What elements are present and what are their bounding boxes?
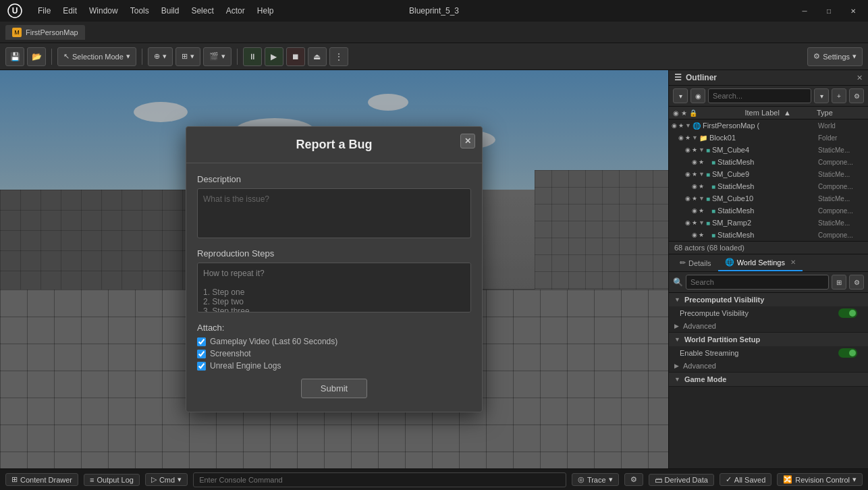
console-input[interactable] bbox=[193, 472, 566, 487]
attach-label: Attach: bbox=[197, 323, 471, 333]
checkbox-gameplay-input[interactable] bbox=[197, 337, 206, 346]
precomputed-advanced-row[interactable]: ▶ Advanced bbox=[669, 320, 868, 332]
table-row[interactable]: ◉ ★ ▶ ■ StaticMesh Compone... bbox=[669, 229, 868, 241]
menu-build[interactable]: Build bbox=[156, 3, 185, 18]
menu-select[interactable]: Select bbox=[186, 3, 219, 18]
precomputed-visibility-header[interactable]: ▼ Precomputed Visibility bbox=[669, 293, 868, 306]
row-type: StaticMe... bbox=[818, 219, 865, 227]
advanced-arrow-icon: ▶ bbox=[674, 323, 679, 329]
outliner-filter-button[interactable]: ▾ bbox=[673, 88, 688, 103]
source-control-icon-button[interactable]: ⚙ bbox=[624, 473, 643, 486]
window-controls: ─ □ ✕ bbox=[795, 4, 863, 18]
add-icon: ⊕ bbox=[154, 52, 160, 61]
close-button[interactable]: ✕ bbox=[844, 4, 863, 18]
checkbox-gameplay-video[interactable]: Gameplay Video (Last 60 Seconds) bbox=[197, 337, 471, 346]
menu-file[interactable]: File bbox=[32, 3, 56, 18]
table-row[interactable]: ◉ ★ ▼ ■ SM_Ramp2 StaticMe... bbox=[669, 217, 868, 229]
checkbox-screenshot-input[interactable] bbox=[197, 350, 206, 358]
menu-help[interactable]: Help bbox=[252, 3, 279, 18]
row-arrow: ▼ bbox=[699, 219, 705, 226]
play-button[interactable]: ▶ bbox=[265, 47, 283, 66]
outliner-item-label-text: Item Label bbox=[745, 109, 780, 117]
checkbox-screenshot[interactable]: Screenshot bbox=[197, 349, 471, 358]
minimize-button[interactable]: ─ bbox=[795, 4, 814, 18]
menu-actor[interactable]: Actor bbox=[221, 3, 250, 18]
enable-streaming-toggle[interactable] bbox=[838, 348, 857, 358]
snap-button[interactable]: ⊞▾ bbox=[175, 47, 200, 66]
outliner-title: ☰ Outliner bbox=[674, 73, 717, 82]
selection-mode-button[interactable]: ↖ Selection Mode ▾ bbox=[57, 47, 136, 66]
stop-button[interactable]: ⏹ bbox=[286, 47, 305, 66]
table-row[interactable]: ◉ ★ ▶ ■ StaticMesh Compone... bbox=[669, 156, 868, 168]
world-settings-tab-close[interactable]: ✕ bbox=[790, 258, 796, 266]
settings-button[interactable]: ⚙ Settings ▾ bbox=[807, 47, 863, 66]
outliner-close-button[interactable]: ✕ bbox=[857, 74, 863, 82]
outliner-add-button[interactable]: + bbox=[832, 88, 846, 103]
game-mode-header[interactable]: ▼ Game Mode bbox=[669, 373, 868, 386]
menu-window[interactable]: Window bbox=[84, 3, 124, 18]
details-search-input[interactable] bbox=[686, 275, 829, 290]
details-settings-button[interactable]: ⚙ bbox=[849, 275, 864, 290]
table-row[interactable]: ◉ ★ ▼ 📁 Block01 Folder bbox=[669, 132, 868, 144]
save-button[interactable]: ✓ All Saved bbox=[720, 473, 771, 486]
viewport[interactable]: Report a Bug ✕ Description Reproduction … bbox=[0, 70, 668, 468]
section-label: Precomputed Visibility bbox=[684, 296, 764, 304]
map-tab[interactable]: M FirstPersonMap bbox=[5, 25, 85, 40]
outliner-search-dropdown[interactable]: ▾ bbox=[814, 88, 829, 103]
outliner-search-input[interactable] bbox=[708, 88, 811, 103]
browse-button[interactable]: 📂 bbox=[27, 47, 46, 66]
pause-button[interactable]: ⏸ bbox=[243, 47, 262, 66]
trace-button[interactable]: ◎ Trace ▾ bbox=[572, 473, 619, 486]
output-log-button[interactable]: ≡ Output Log bbox=[84, 474, 140, 486]
partition-advanced-row[interactable]: ▶ Advanced bbox=[669, 360, 868, 372]
menu-tools[interactable]: Tools bbox=[125, 3, 155, 18]
revision-control-button[interactable]: 🔀 Revision Control ▾ bbox=[777, 473, 863, 486]
row-name: Block01 bbox=[709, 134, 818, 142]
outliner-settings-button[interactable]: ⚙ bbox=[849, 88, 864, 103]
maximize-button[interactable]: □ bbox=[819, 4, 838, 18]
derived-data-button[interactable]: 🗃 Derived Data bbox=[649, 474, 714, 486]
checkbox-gameplay-label: Gameplay Video (Last 60 Seconds) bbox=[210, 337, 337, 346]
details-grid-button[interactable]: ⊞ bbox=[832, 275, 846, 290]
more-button[interactable]: ⋮ bbox=[329, 47, 348, 66]
precompute-visibility-label: Precompute Visibility bbox=[680, 309, 838, 317]
row-name: SM_Cube4 bbox=[712, 146, 818, 154]
description-textarea[interactable] bbox=[197, 188, 471, 238]
camera-button[interactable]: 🎬▾ bbox=[203, 47, 232, 66]
save-button[interactable]: 💾 bbox=[5, 47, 24, 66]
dialog-header: Report a Bug ✕ bbox=[186, 127, 482, 163]
cmd-button[interactable]: ▷ Cmd ▾ bbox=[145, 473, 188, 486]
row-mesh-icon: ■ bbox=[711, 207, 715, 215]
world-partition-header[interactable]: ▼ World Partition Setup bbox=[669, 333, 868, 346]
row-type: StaticMe... bbox=[818, 195, 865, 202]
add-icon2: ▾ bbox=[163, 52, 167, 61]
table-row[interactable]: ◉ ★ ▶ ■ StaticMesh Compone... bbox=[669, 180, 868, 192]
table-row[interactable]: ◉ ★ ▼ 🌐 FirstPersonMap ( World bbox=[669, 119, 868, 132]
table-row[interactable]: ◉ ★ ▼ ■ SM_Cube10 StaticMe... bbox=[669, 192, 868, 205]
tab-details[interactable]: ✏ Details bbox=[673, 255, 718, 271]
row-mesh-icon: ■ bbox=[711, 183, 715, 190]
outliner-footer: 68 actors (68 loaded) bbox=[669, 241, 868, 254]
precompute-visibility-row: Precompute Visibility bbox=[669, 306, 868, 320]
dialog-close-button[interactable]: ✕ bbox=[460, 134, 475, 148]
outliner-eye-button[interactable]: ◉ bbox=[690, 88, 705, 103]
cmd-chevron: ▾ bbox=[178, 475, 182, 484]
outliner-title-label: Outliner bbox=[686, 73, 717, 82]
row-arrow: ▼ bbox=[699, 195, 705, 202]
reproduction-section: Reproduction Steps How to repeat it? 1. … bbox=[197, 248, 471, 315]
checkbox-screenshot-label: Screenshot bbox=[210, 349, 251, 358]
outliner-toolbar: ▾ ◉ ▾ + ⚙ bbox=[669, 86, 868, 107]
tab-world-settings[interactable]: 🌐 World Settings ✕ bbox=[718, 254, 803, 271]
reproduction-textarea[interactable]: How to repeat it? 1. Step one 2. Step tw… bbox=[197, 263, 471, 312]
eject-button[interactable]: ⏏ bbox=[308, 47, 327, 66]
menu-edit[interactable]: Edit bbox=[57, 3, 82, 18]
table-row[interactable]: ◉ ★ ▶ ■ StaticMesh Compone... bbox=[669, 205, 868, 217]
table-row[interactable]: ◉ ★ ▼ ■ SM_Cube4 StaticMe... bbox=[669, 144, 868, 156]
submit-button[interactable]: Submit bbox=[301, 379, 367, 398]
checkbox-logs-input[interactable] bbox=[197, 362, 206, 371]
content-drawer-button[interactable]: ⊞ Content Drawer bbox=[5, 473, 78, 486]
precompute-visibility-toggle[interactable] bbox=[838, 308, 857, 318]
checkbox-logs[interactable]: Unreal Engine Logs bbox=[197, 361, 471, 371]
table-row[interactable]: ◉ ★ ▼ ■ SM_Cube9 StaticMe... bbox=[669, 168, 868, 180]
add-button[interactable]: ⊕▾ bbox=[148, 47, 173, 66]
